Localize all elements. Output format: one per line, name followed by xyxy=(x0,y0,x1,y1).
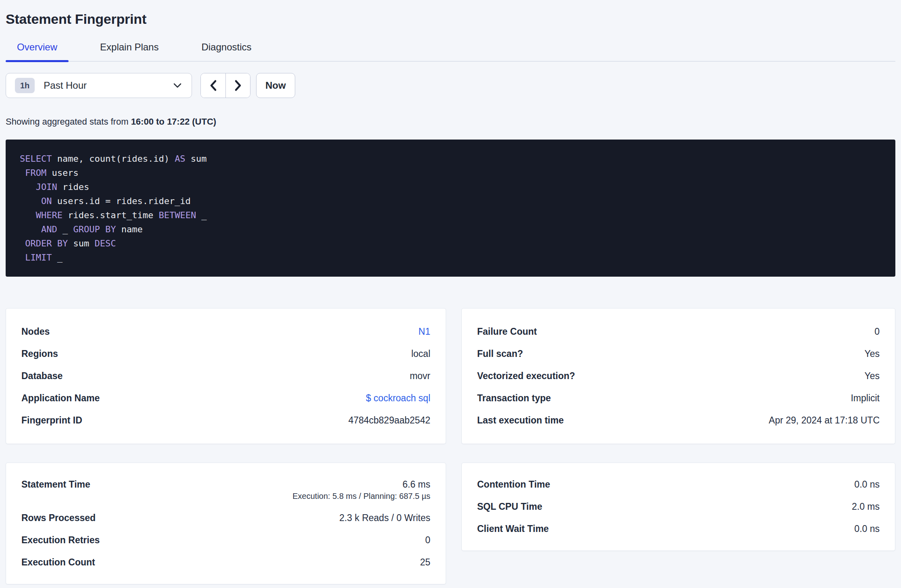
top-card-row: NodesN1RegionslocalDatabasemovrApplicati… xyxy=(6,308,895,444)
stat-row: SQL CPU Time2.0 ms xyxy=(477,496,880,518)
stat-value-wrap: 2.3 k Reads / 0 Writes xyxy=(339,512,430,524)
sql-line: LIMIT _ xyxy=(20,250,881,265)
stat-value-wrap: local xyxy=(411,348,430,360)
stat-label: Database xyxy=(21,370,63,382)
chevron-down-icon xyxy=(173,83,182,88)
stat-value: Yes xyxy=(864,370,880,382)
time-controls: 1h Past Hour Now xyxy=(6,73,895,98)
stat-value-wrap: movr xyxy=(410,370,430,382)
stat-label: Statement Time xyxy=(21,479,90,490)
stat-value: Implicit xyxy=(851,392,880,404)
stat-row: Execution Retries0 xyxy=(21,529,430,551)
stat-row: Fingerprint ID4784cb829aab2542 xyxy=(21,409,430,432)
aggregated-stats-caption: Showing aggregated stats from 16:00 to 1… xyxy=(6,117,895,127)
stat-value-wrap: Yes xyxy=(864,348,880,360)
stat-row: Execution Count25 xyxy=(21,551,430,573)
sql-statement-block: SELECT name, count(rides.id) AS sum FROM… xyxy=(6,140,895,277)
stat-label: Fingerprint ID xyxy=(21,415,82,426)
stat-row: Regionslocal xyxy=(21,343,430,365)
caption-prefix: Showing aggregated stats from xyxy=(6,117,131,127)
stat-label: Nodes xyxy=(21,326,50,338)
stat-label: SQL CPU Time xyxy=(477,501,542,513)
stat-label: Vectorized execution? xyxy=(477,370,575,382)
stat-value-link[interactable]: N1 xyxy=(419,326,430,338)
stat-value: 0.0 ns xyxy=(854,523,880,535)
statement-timing-card: Statement Time6.6 msExecution: 5.8 ms / … xyxy=(6,463,446,584)
caption-time-range: 16:00 to 17:22 (UTC) xyxy=(131,117,217,127)
stat-row: Full scan?Yes xyxy=(477,343,880,365)
stat-label: Regions xyxy=(21,348,58,360)
stat-label: Execution Count xyxy=(21,557,95,568)
stat-value-wrap: Implicit xyxy=(851,392,880,404)
stat-label: Last execution time xyxy=(477,415,564,426)
stat-row: Application Name$ cockroach sql xyxy=(21,387,430,409)
tab-bar: OverviewExplain PlansDiagnostics xyxy=(6,42,895,62)
now-button[interactable]: Now xyxy=(256,73,295,98)
next-interval-button[interactable] xyxy=(225,73,250,98)
stat-value-wrap: 0.0 ns xyxy=(854,479,880,490)
stat-label: Application Name xyxy=(21,392,100,404)
stat-value: 2.3 k Reads / 0 Writes xyxy=(339,512,430,524)
stat-value: 4784cb829aab2542 xyxy=(348,415,430,426)
stat-row: NodesN1 xyxy=(21,321,430,343)
stat-value-wrap: 2.0 ms xyxy=(852,501,880,513)
stat-label: Client Wait Time xyxy=(477,523,549,535)
stat-value-wrap: 0 xyxy=(425,534,430,546)
stat-row: Transaction typeImplicit xyxy=(477,387,880,409)
stat-value: local xyxy=(411,348,430,360)
tab-overview[interactable]: Overview xyxy=(6,42,69,61)
statement-details-card: NodesN1RegionslocalDatabasemovrApplicati… xyxy=(6,308,446,444)
sql-line: AND _ GROUP BY name xyxy=(20,222,881,236)
bottom-card-row: Statement Time6.6 msExecution: 5.8 ms / … xyxy=(6,463,895,584)
stat-value-link[interactable]: $ cockroach sql xyxy=(366,392,430,404)
sql-line: SELECT name, count(rides.id) AS sum xyxy=(20,152,881,166)
wait-time-card: Contention Time0.0 nsSQL CPU Time2.0 msC… xyxy=(461,463,895,551)
stat-row: Databasemovr xyxy=(21,365,430,387)
sql-line: FROM users xyxy=(20,166,881,180)
stat-label: Transaction type xyxy=(477,392,551,404)
time-step-buttons xyxy=(200,73,250,98)
stat-value-wrap: N1 xyxy=(419,326,430,338)
stat-value: 0 xyxy=(874,326,880,338)
execution-attributes-card: Failure Count0Full scan?YesVectorized ex… xyxy=(461,308,895,444)
stat-subvalue: Execution: 5.8 ms / Planning: 687.5 µs xyxy=(292,491,430,502)
stat-row: Contention Time0.0 ns xyxy=(477,473,880,496)
stat-value: 25 xyxy=(420,557,430,568)
tab-diagnostics[interactable]: Diagnostics xyxy=(190,42,263,61)
time-range-picker[interactable]: 1h Past Hour xyxy=(6,73,192,98)
chevron-left-icon xyxy=(209,79,217,92)
stat-value-wrap: 0 xyxy=(874,326,880,338)
stat-row: Failure Count0 xyxy=(477,321,880,343)
stat-row: Statement Time6.6 msExecution: 5.8 ms / … xyxy=(21,473,430,507)
stat-value: 0.0 ns xyxy=(854,479,880,490)
time-range-label: Past Hour xyxy=(44,80,173,91)
stat-value-wrap: Apr 29, 2024 at 17:18 UTC xyxy=(769,415,880,426)
time-range-badge: 1h xyxy=(15,78,35,93)
stat-value: Apr 29, 2024 at 17:18 UTC xyxy=(769,415,880,426)
sql-line: JOIN rides xyxy=(20,180,881,194)
stat-label: Full scan? xyxy=(477,348,523,360)
stat-value-wrap: 6.6 msExecution: 5.8 ms / Planning: 687.… xyxy=(292,479,430,502)
stat-label: Rows Processed xyxy=(21,512,96,524)
chevron-right-icon xyxy=(234,79,242,92)
prev-interval-button[interactable] xyxy=(201,73,225,98)
stat-value-wrap: 4784cb829aab2542 xyxy=(348,415,430,426)
page-title: Statement Fingerprint xyxy=(6,0,895,27)
stat-value: movr xyxy=(410,370,430,382)
stat-label: Failure Count xyxy=(477,326,537,338)
stat-row: Client Wait Time0.0 ns xyxy=(477,518,880,540)
stat-row: Last execution timeApr 29, 2024 at 17:18… xyxy=(477,409,880,432)
stat-value-wrap: $ cockroach sql xyxy=(366,392,430,404)
sql-line: ON users.id = rides.rider_id xyxy=(20,194,881,208)
tab-explain-plans[interactable]: Explain Plans xyxy=(89,42,170,61)
stat-value: Yes xyxy=(864,348,880,360)
stat-row: Rows Processed2.3 k Reads / 0 Writes xyxy=(21,507,430,529)
stat-value: 6.6 ms xyxy=(292,479,430,490)
stat-row: Vectorized execution?Yes xyxy=(477,365,880,387)
sql-line: ORDER BY sum DESC xyxy=(20,236,881,250)
stat-value-wrap: 25 xyxy=(420,557,430,568)
stat-value-wrap: Yes xyxy=(864,370,880,382)
stat-value: 0 xyxy=(425,534,430,546)
stat-label: Execution Retries xyxy=(21,534,100,546)
stat-label: Contention Time xyxy=(477,479,550,490)
